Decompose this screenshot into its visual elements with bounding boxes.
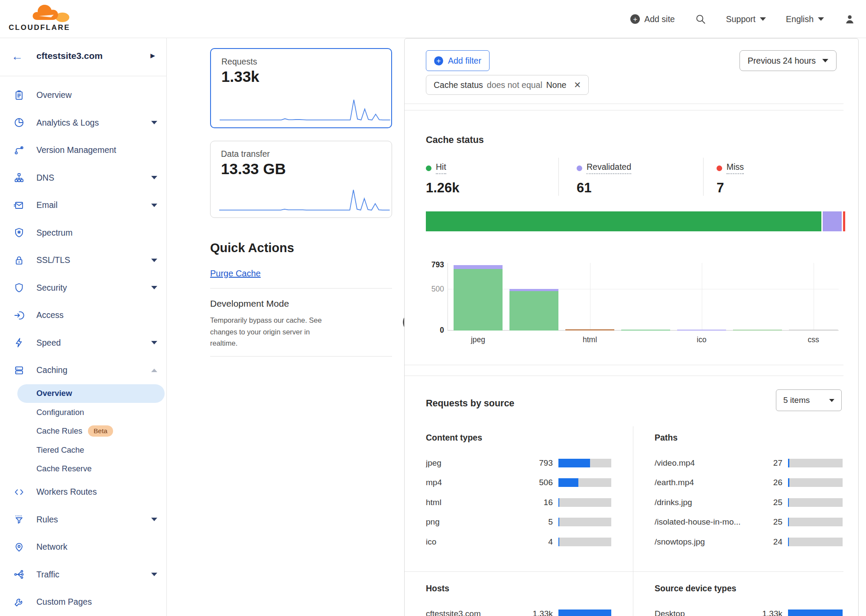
sidebar-item-label: Workers Routes (36, 487, 97, 497)
legend-revalidated[interactable]: Revalidated (577, 162, 631, 174)
row-label: cftestsite3.com (426, 609, 522, 616)
sidebar-item-security[interactable]: Security (0, 274, 166, 302)
sidebar-item-traffic[interactable]: Traffic (0, 561, 166, 589)
sidebar-item-label: Network (36, 542, 68, 552)
items-count-select[interactable]: 5 items (776, 389, 842, 411)
sidebar-item-caching[interactable]: Caching (0, 357, 166, 384)
row-value: 1.33k (752, 609, 782, 616)
sidebar-subitem-label: Cache Rules (36, 426, 82, 436)
development-mode-title: Development Mode (210, 298, 289, 309)
row-bar-fill (558, 518, 559, 526)
sidebar-item-analytics-logs[interactable]: Analytics & Logs (0, 109, 166, 137)
time-range-select[interactable]: Previous 24 hours (740, 50, 837, 71)
purge-cache-link[interactable]: Purge Cache (210, 269, 261, 279)
data-transfer-sparkline (219, 187, 390, 212)
row-bar-track (788, 459, 843, 467)
language-menu[interactable]: English (786, 14, 824, 24)
requests-metric-card[interactable]: Requests 1.33k (210, 48, 392, 128)
row-value: 1.33k (522, 609, 553, 616)
sidebar-item-network[interactable]: Network (0, 533, 166, 561)
bar-segment-hit (621, 330, 670, 331)
add-site-button[interactable]: + Add site (630, 14, 675, 24)
cloudflare-logo[interactable]: CLOUDFLARE (9, 2, 78, 36)
table-row: ico4 (426, 532, 611, 552)
sidebar-item-workers-routes[interactable]: Workers Routes (0, 478, 166, 506)
device-types-column: Source device types Desktop1.33k (655, 584, 843, 616)
chevron-down-icon (818, 17, 824, 21)
sidebar-item-ssl-tls[interactable]: SSL/TLS (0, 246, 166, 274)
y-axis-tick: 793 (426, 260, 444, 269)
remove-filter-x-icon[interactable]: ✕ (574, 80, 581, 90)
support-menu[interactable]: Support (726, 14, 766, 24)
legend-miss[interactable]: Miss (717, 162, 744, 174)
bar-category-5 (733, 330, 782, 331)
row-bar-track (558, 498, 611, 507)
row-value: 27 (752, 458, 782, 468)
code-icon (13, 486, 25, 498)
sidebar-item-email[interactable]: Email (0, 191, 166, 219)
bar-png (621, 330, 670, 331)
chevron-down-icon (760, 17, 766, 21)
sidebar-subitem-caching-configuration[interactable]: Configuration (17, 403, 165, 422)
add-filter-button[interactable]: + Add filter (426, 50, 490, 71)
row-value: 506 (522, 478, 553, 487)
chevron-down-icon (829, 399, 834, 402)
table-row: /video.mp427 (655, 453, 843, 473)
share-icon (13, 569, 25, 580)
sidebar-item-speed[interactable]: Speed (0, 329, 166, 357)
divider (210, 356, 392, 357)
sidebar-item-label: SSL/TLS (36, 255, 70, 265)
site-switcher-caret-icon[interactable]: ▶ (150, 52, 155, 59)
analytics-panel: + Add filter Cache status does not equal… (404, 38, 859, 616)
data-transfer-metric-card[interactable]: Data transfer 13.33 GB (210, 141, 392, 218)
sidebar-item-label: Traffic (36, 570, 59, 580)
chevron-down-icon (822, 59, 828, 62)
cache-status-stat-hit: Hit1.26k (426, 158, 558, 196)
divider (405, 571, 843, 572)
development-mode-description: Temporarily bypass our cache. See change… (210, 314, 326, 349)
ratio-segment-revalidated (823, 211, 842, 231)
sidebar-item-access[interactable]: Access (0, 302, 166, 329)
row-bar-fill (788, 518, 789, 526)
sidebar-subitem-tiered-cache[interactable]: Tiered Cache (17, 441, 165, 460)
sidebar-item-label: Version Management (36, 145, 116, 155)
row-bar-fill (788, 459, 789, 467)
sidebar-item-custom-pages[interactable]: Custom Pages (0, 588, 166, 616)
sidebar-item-rules[interactable]: Rules (0, 506, 166, 534)
cache-status-stats: Hit1.26kRevalidated61Miss7 (426, 158, 829, 196)
sidebar-subitem-cache-reserve[interactable]: Cache Reserve (17, 460, 165, 479)
row-bar-fill (558, 459, 590, 467)
search-button[interactable] (695, 13, 706, 25)
pie-icon (13, 117, 25, 128)
table-row: html16 (426, 493, 611, 512)
table-row: jpeg793 (426, 453, 611, 473)
cache-status-title: Cache status (426, 135, 484, 146)
table-row: Desktop1.33k (655, 604, 843, 616)
gridline (590, 263, 590, 330)
content-types-heading: Content types (426, 433, 611, 443)
sidebar-subitem-caching-overview[interactable]: Overview (17, 384, 165, 403)
sidebar-item-spectrum[interactable]: Spectrum (0, 219, 166, 247)
bar-segment-other (789, 330, 838, 331)
legend-hit[interactable]: Hit (426, 162, 446, 174)
divider (210, 288, 392, 289)
stat-value: 7 (717, 180, 824, 196)
table-row: png5 (426, 512, 611, 532)
back-arrow-icon[interactable]: ← (11, 50, 23, 63)
sidebar: ← cftestsite3.com ▶ OverviewAnalytics & … (0, 38, 167, 616)
account-menu[interactable] (844, 13, 856, 25)
sidebar-item-label: Spectrum (36, 228, 72, 238)
pie-icon (13, 117, 25, 128)
add-filter-label: Add filter (448, 56, 481, 66)
sidebar-item-overview[interactable]: Overview (0, 81, 166, 109)
sidebar-item-dns[interactable]: DNS (0, 164, 166, 192)
sidebar-subitem-cache-rules[interactable]: Cache RulesBeta (17, 422, 165, 441)
sidebar-item-version-management[interactable]: Version Management (0, 136, 166, 164)
legend-dot-icon (426, 165, 431, 171)
stat-name: Revalidated (587, 162, 631, 174)
row-value: 793 (522, 458, 553, 468)
bar-jpeg (454, 265, 503, 331)
quick-actions-title: Quick Actions (210, 241, 294, 255)
bar-segment-revalidated (454, 265, 503, 269)
sidebar-item-label: Email (36, 200, 58, 210)
